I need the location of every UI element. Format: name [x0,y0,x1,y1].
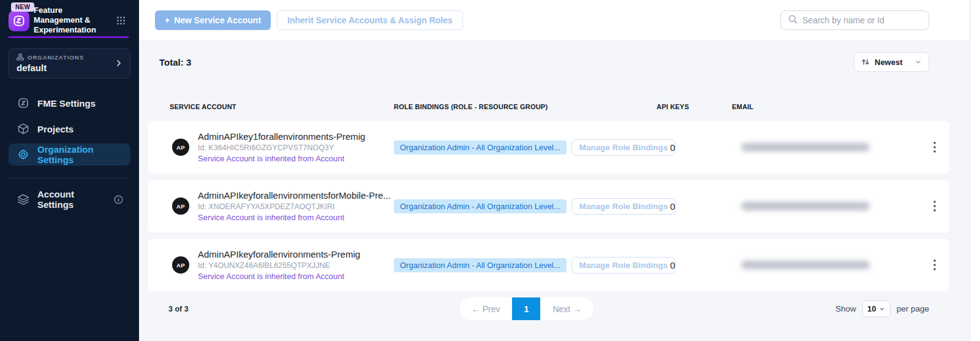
sidebar-item-organization-settings[interactable]: Organization Settings [9,144,130,166]
per-page-label: per page [897,304,929,313]
search-box[interactable] [780,10,929,30]
avatar: AP [172,197,189,215]
row-actions-kebab-icon[interactable] [920,259,949,270]
layers-icon [17,193,29,205]
service-account-id: Id: XNOERAFYYA5XPDEZ7AOQTJKIRI [198,202,391,211]
sidebar-nav: FME Settings Projects Organization Se [0,92,139,210]
sidebar-item-label: Projects [37,124,74,134]
sidebar-header: NEW Feature Management & Experimentation [0,0,139,37]
column-header-api-keys: API KEYS [657,103,732,110]
pager: ← Prev 1 Next → [459,297,594,320]
row-actions-kebab-icon[interactable] [920,142,949,153]
service-accounts-list: AP AdminAPIkey1forallenvironments-Premig… [148,121,949,291]
sidebar-item-label: Organization Settings [37,144,130,165]
right-margin-strip [970,0,980,341]
page-size-select[interactable]: 10 [862,301,891,317]
table-row: AP AdminAPIkeyforallenvironmentsforMobil… [148,180,949,232]
info-icon[interactable] [114,195,123,204]
plus-icon: + [165,15,170,25]
table-row: AP AdminAPIkey1forallenvironments-Premig… [148,121,949,174]
next-page-button[interactable]: Next → [540,297,594,320]
page-size-control: Show 10 per page [835,301,929,317]
column-header-email: EMAIL [732,103,920,110]
service-account-name: AdminAPIkeyforallenvironmentsforMobile-P… [198,190,391,201]
service-accounts-page: NEW Feature Management & Experimentation [0,0,980,341]
show-label: Show [835,304,856,313]
org-hierarchy-icon [17,53,24,61]
row-actions-kebab-icon[interactable] [920,201,949,212]
gear-icon [17,148,29,161]
role-binding-badge: Organization Admin - All Organization Le… [394,199,567,213]
brand-divider [9,36,129,38]
role-binding-badge: Organization Admin - All Organization Le… [394,140,567,155]
app-grid-icon[interactable] [116,16,126,28]
service-account-name: AdminAPIkey1forallenvironments-Premig [198,131,365,142]
sidebar-item-label: FME Settings [37,98,96,109]
api-keys-count: 0 [657,142,732,153]
new-service-account-label: New Service Account [174,15,261,25]
page-size-value: 10 [867,304,876,313]
product-title: Feature Management & Experimentation [34,6,113,35]
organization-name: default [17,63,123,73]
pagination-bar: 3 of 3 ← Prev 1 Next → Show 10 per page [139,297,970,320]
email-redacted [741,202,870,210]
sidebar-item-label: Account Settings [37,189,106,210]
service-account-name: AdminAPIkeyforallenvironments-Premig [198,249,360,259]
fme-logo-outline-icon [17,97,29,109]
inherited-note: Service Account is inherited from Accoun… [198,272,360,281]
api-keys-count: 0 [657,260,732,270]
cube-icon [17,123,29,135]
sort-arrows-icon [861,58,870,66]
inherit-service-accounts-button[interactable]: Inherit Service Accounts & Assign Roles [277,10,463,30]
new-service-account-button[interactable]: + New Service Account [155,10,271,30]
search-icon [788,15,797,26]
summary-row: Total: 3 Newest [139,52,970,72]
top-toolbar: + New Service Account Inherit Service Ac… [139,0,970,41]
column-header-role-bindings: ROLE BINDINGS (ROLE - RESOURCE GROUP) [394,103,657,110]
email-redacted [741,261,870,269]
sidebar-divider [9,178,130,178]
sidebar-item-fme-settings[interactable]: FME Settings [9,92,134,114]
column-header-service-account: SERVICE ACCOUNT [148,103,394,110]
table-header: SERVICE ACCOUNT ROLE BINDINGS (ROLE - RE… [148,102,949,112]
split-logo-icon [13,15,25,27]
organizations-label: ORGANIZATIONS [28,54,84,61]
main-content: + New Service Account Inherit Service Ac… [139,0,970,341]
chevron-down-icon [914,58,922,66]
current-page-button[interactable]: 1 [512,297,540,320]
search-input[interactable] [802,15,921,25]
table-row: AP AdminAPIkeyforallenvironments-Premig … [148,239,949,291]
service-account-id: Id: K364HIC5RI6GZGYCPVST7NOQ3Y [198,144,365,152]
role-binding-badge: Organization Admin - All Organization Le… [394,258,567,272]
service-account-id: Id: Y4OUNXZ46A6IBL6255QTPXJJNE [198,261,360,270]
pagination-range: 3 of 3 [168,305,217,313]
avatar: AP [172,139,189,156]
prev-page-button[interactable]: ← Prev [459,297,513,320]
inherited-note: Service Account is inherited from Accoun… [198,154,365,163]
fme-logo [9,10,29,31]
sidebar: NEW Feature Management & Experimentation [0,0,139,341]
organization-selector[interactable]: ORGANIZATIONS default [9,48,130,79]
api-keys-count: 0 [657,201,732,212]
chevron-down-icon [879,306,885,312]
avatar: AP [172,256,189,274]
sort-dropdown[interactable]: Newest [854,52,929,72]
chevron-right-icon [115,59,123,70]
new-badge: NEW [11,2,34,12]
inherited-note: Service Account is inherited from Accoun… [198,213,391,222]
email-redacted [741,143,870,151]
sidebar-item-projects[interactable]: Projects [9,118,134,140]
total-count: Total: 3 [159,57,191,67]
sidebar-item-account-settings[interactable]: Account Settings [9,188,134,210]
sort-value: Newest [875,58,903,67]
